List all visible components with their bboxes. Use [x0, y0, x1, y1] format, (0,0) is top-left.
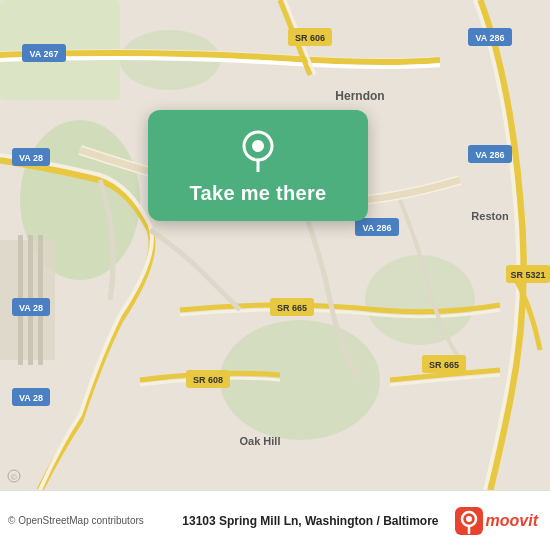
svg-text:VA 267: VA 267: [29, 49, 58, 59]
moovit-logo: moovit: [455, 507, 538, 535]
moovit-text: moovit: [486, 512, 538, 530]
bottom-bar: © OpenStreetMap contributors 13103 Sprin…: [0, 490, 550, 550]
location-card: Take me there: [148, 110, 368, 221]
svg-text:SR 665: SR 665: [277, 303, 307, 313]
svg-point-2: [220, 320, 380, 440]
osm-credit-text: © OpenStreetMap contributors: [8, 515, 144, 526]
svg-text:©: ©: [11, 473, 17, 482]
address-text: 13103 Spring Mill Ln, Washington / Balti…: [182, 514, 438, 528]
svg-text:VA 28: VA 28: [19, 153, 43, 163]
take-me-there-button[interactable]: Take me there: [190, 182, 327, 205]
osm-credit: © OpenStreetMap contributors: [8, 515, 144, 526]
address-logo: 13103 Spring Mill Ln, Washington / Balti…: [182, 507, 538, 535]
svg-text:VA 286: VA 286: [362, 223, 391, 233]
map-svg: VA 267 SR 606 VA 286 VA 286 VA 28 VA 28 …: [0, 0, 550, 490]
svg-text:SR 606: SR 606: [295, 33, 325, 43]
svg-text:VA 286: VA 286: [475, 150, 504, 160]
map-container: VA 267 SR 606 VA 286 VA 286 VA 28 VA 28 …: [0, 0, 550, 490]
svg-text:Reston: Reston: [471, 210, 509, 222]
svg-point-44: [466, 516, 472, 522]
svg-text:VA 286: VA 286: [475, 33, 504, 43]
pin-icon: [236, 128, 280, 172]
svg-text:Herndon: Herndon: [335, 89, 384, 103]
moovit-icon: [455, 507, 483, 535]
svg-point-3: [365, 255, 475, 345]
svg-text:VA 28: VA 28: [19, 303, 43, 313]
svg-text:SR 665: SR 665: [429, 360, 459, 370]
svg-text:VA 28: VA 28: [19, 393, 43, 403]
svg-text:Oak Hill: Oak Hill: [240, 435, 281, 447]
svg-text:SR 608: SR 608: [193, 375, 223, 385]
svg-text:SR 5321: SR 5321: [510, 270, 545, 280]
svg-point-41: [252, 140, 264, 152]
